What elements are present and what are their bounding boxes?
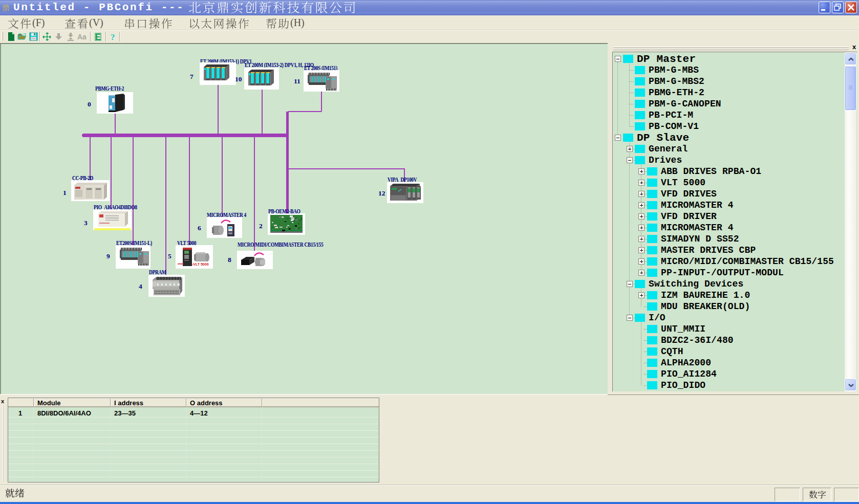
svg-text:-VLT 5000: -VLT 5000 — [192, 262, 209, 266]
